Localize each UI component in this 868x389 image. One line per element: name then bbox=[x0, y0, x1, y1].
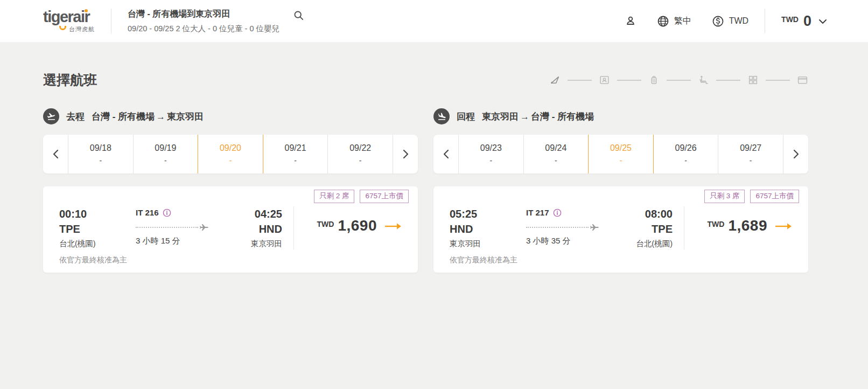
takeoff-icon bbox=[43, 108, 59, 124]
account-button[interactable] bbox=[625, 15, 636, 27]
plane-icon bbox=[200, 224, 208, 231]
date-label: 09/23 bbox=[480, 143, 502, 153]
arrival-airport-code: HND bbox=[226, 221, 282, 237]
route-text: 台灣 - 所有機場→東京羽田 bbox=[92, 110, 204, 123]
cart-amount: 0 bbox=[803, 14, 811, 29]
arrival-time: 08:00 bbox=[617, 206, 673, 221]
date-tab-selected[interactable]: 09/25- bbox=[588, 135, 653, 173]
date-tab-selected[interactable]: 09/20- bbox=[198, 135, 263, 173]
approval-note: 依官方最終核准為主 bbox=[450, 255, 517, 265]
date-price: - bbox=[555, 156, 557, 165]
header-divider bbox=[765, 9, 765, 33]
arrival-city: 東京羽田 bbox=[226, 239, 282, 249]
carousel-next-button[interactable] bbox=[783, 135, 808, 173]
departure-time: 00:10 bbox=[59, 206, 136, 221]
trip-search-summary[interactable]: 台灣 - 所有機場到東京羽田 09/20 - 09/25 2 位大人 - 0 位… bbox=[128, 9, 304, 34]
search-dates-pax-text: 09/20 - 09/25 2 位大人 - 0 位兒童 - 0 位嬰兒 bbox=[128, 24, 290, 34]
inbound-date-carousel: 09/23- 09/24- 09/25- 09/26- 09/27- bbox=[433, 135, 808, 173]
outbound-flight-card[interactable]: 只剩 2 席 6757上市價 00:10 TPE 台北(桃園) IT 216 bbox=[43, 186, 418, 273]
seats-left-badge: 只剩 2 席 bbox=[314, 190, 355, 203]
date-label: 09/26 bbox=[675, 143, 697, 153]
search-icon[interactable] bbox=[293, 10, 304, 21]
price-select-area[interactable]: TWD 1,689 bbox=[684, 218, 800, 249]
date-price: - bbox=[359, 156, 362, 165]
route-arrow: → bbox=[519, 112, 531, 122]
booking-progress-stepper bbox=[549, 74, 808, 86]
step-connector bbox=[617, 80, 641, 81]
header: tigerair 台灣虎航 台灣 - 所有機場到東京羽田 09/20 - 09/… bbox=[0, 0, 868, 42]
date-label: 09/19 bbox=[155, 143, 176, 153]
search-route-text: 台灣 - 所有機場到東京羽田 bbox=[128, 9, 290, 20]
cart-currency-label: TWD bbox=[781, 15, 799, 24]
step-connector bbox=[716, 80, 740, 81]
departure-city: 東京羽田 bbox=[450, 239, 526, 249]
route-text: 東京羽田→台灣 - 所有機場 bbox=[482, 110, 594, 123]
date-price: - bbox=[294, 156, 297, 165]
route-origin: 東京羽田 bbox=[482, 112, 519, 122]
price-currency: TWD bbox=[317, 220, 334, 228]
date-price: - bbox=[99, 156, 102, 165]
select-arrow-icon[interactable] bbox=[775, 222, 792, 231]
date-tab[interactable]: 09/18- bbox=[68, 135, 133, 173]
dollar-circle-icon bbox=[712, 15, 724, 27]
language-selector[interactable]: 繁中 bbox=[657, 15, 691, 27]
date-tab[interactable]: 09/19- bbox=[133, 135, 198, 173]
seats-left-badge: 只剩 3 席 bbox=[704, 190, 745, 203]
date-tab[interactable]: 09/24- bbox=[523, 135, 589, 173]
chevron-down-icon bbox=[818, 19, 827, 24]
step-passenger-icon bbox=[599, 74, 610, 86]
user-icon bbox=[625, 15, 636, 27]
smile-icon bbox=[59, 26, 66, 30]
landing-icon bbox=[433, 108, 450, 124]
price-select-area[interactable]: TWD 1,690 bbox=[294, 218, 409, 249]
info-icon[interactable] bbox=[163, 209, 171, 217]
flight-duration: 3 小時 35 分 bbox=[526, 236, 617, 246]
step-connector bbox=[766, 80, 790, 81]
route-destination: 台灣 - 所有機場 bbox=[531, 112, 594, 122]
step-seat-icon bbox=[698, 74, 709, 86]
date-label: 09/20 bbox=[220, 143, 241, 153]
arrival-airport-code: TPE bbox=[617, 221, 673, 237]
cart-total-dropdown[interactable]: TWD 0 bbox=[781, 14, 827, 29]
departure-time: 05:25 bbox=[450, 206, 526, 221]
fare-type-badge: 6757上市價 bbox=[360, 190, 409, 203]
currency-label: TWD bbox=[729, 16, 748, 26]
inbound-flight-card[interactable]: 只剩 3 席 6757上市價 05:25 HND 東京羽田 IT 217 bbox=[433, 186, 808, 273]
plane-icon bbox=[590, 224, 599, 231]
step-flight-icon bbox=[549, 74, 561, 86]
flight-number: IT 216 bbox=[136, 208, 159, 217]
direction-label: 去程 bbox=[66, 110, 85, 123]
tigerair-logo[interactable]: tigerair 台灣虎航 bbox=[43, 9, 95, 33]
carousel-prev-button[interactable] bbox=[43, 135, 68, 173]
date-price: - bbox=[229, 156, 232, 165]
approval-note: 依官方最終核准為主 bbox=[59, 255, 127, 265]
date-tab[interactable]: 09/27- bbox=[718, 135, 783, 173]
date-tab[interactable]: 09/23- bbox=[458, 135, 523, 173]
departure-airport-code: HND bbox=[450, 221, 526, 237]
date-label: 09/25 bbox=[610, 143, 632, 153]
departure-airport-code: TPE bbox=[59, 221, 136, 237]
carousel-prev-button[interactable] bbox=[433, 135, 458, 173]
date-label: 09/27 bbox=[740, 143, 761, 153]
flight-duration: 3 小時 15 分 bbox=[136, 236, 226, 246]
price-amount: 1,689 bbox=[728, 218, 767, 233]
date-price: - bbox=[684, 156, 687, 165]
price-amount: 1,690 bbox=[338, 218, 377, 233]
arrival-time: 04:25 bbox=[226, 206, 282, 221]
route-destination: 東京羽田 bbox=[167, 112, 204, 122]
language-label: 繁中 bbox=[674, 16, 691, 27]
date-label: 09/22 bbox=[349, 143, 371, 153]
info-icon[interactable] bbox=[553, 209, 562, 217]
date-tab[interactable]: 09/21- bbox=[263, 135, 328, 173]
page-title: 選擇航班 bbox=[43, 71, 97, 89]
step-payment-icon bbox=[797, 74, 808, 86]
header-divider bbox=[111, 9, 111, 33]
date-price: - bbox=[750, 156, 752, 165]
duration-dotted-line bbox=[136, 227, 198, 228]
date-tab[interactable]: 09/26- bbox=[653, 135, 718, 173]
select-arrow-icon[interactable] bbox=[384, 222, 402, 231]
carousel-next-button[interactable] bbox=[393, 135, 418, 173]
currency-selector[interactable]: TWD bbox=[712, 15, 748, 27]
step-connector bbox=[667, 80, 691, 81]
date-tab[interactable]: 09/22- bbox=[327, 135, 393, 173]
